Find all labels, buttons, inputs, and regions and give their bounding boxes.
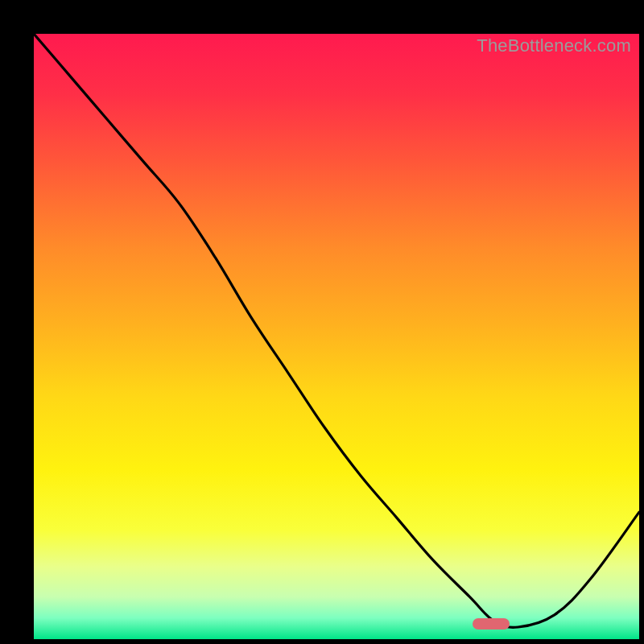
- bottleneck-curve: [34, 34, 639, 639]
- chart-frame: TheBottleneck.com: [14, 14, 630, 630]
- watermark-label: TheBottleneck.com: [477, 35, 631, 56]
- optimal-range-marker: [473, 618, 510, 630]
- plot-area: TheBottleneck.com: [34, 34, 639, 639]
